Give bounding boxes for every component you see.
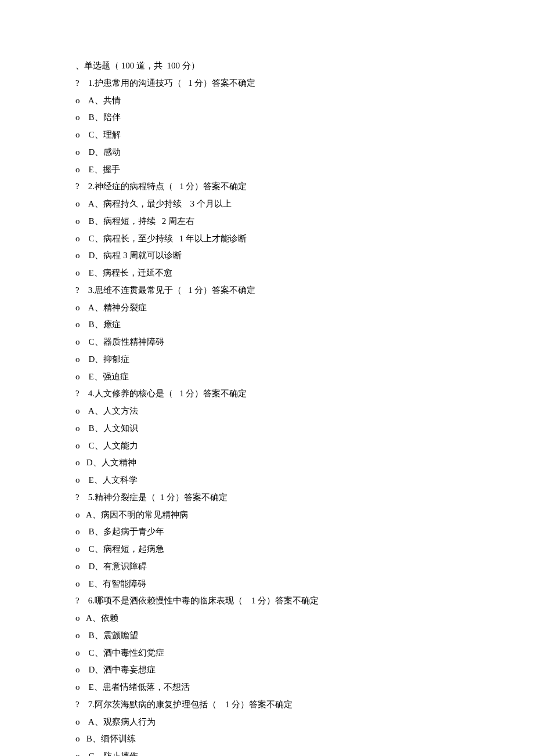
option-item: o D、抑郁症: [75, 352, 459, 368]
option-item: o D、病程 3 周就可以诊断: [75, 248, 459, 264]
option-item: o E、人文科学: [75, 472, 459, 489]
option-item: o E、握手: [75, 162, 459, 178]
option-item: o A、人文方法: [75, 403, 459, 419]
option-item: o A、共情: [75, 93, 459, 109]
option-item: o E、病程长，迁延不愈: [75, 265, 459, 281]
option-item: o E、患者情绪低落，不想活: [75, 679, 459, 696]
question-stem: ? 3.思维不连贯最常见于（ 1 分）答案不确定: [75, 283, 459, 299]
option-item: o D、酒中毒妄想症: [75, 662, 459, 678]
option-item: o A、依赖: [75, 610, 459, 627]
option-item: o C、病程短，起病急: [75, 541, 459, 558]
section-header: 、单选题（ 100 道，共 100 分）: [75, 58, 459, 74]
option-item: o B、陪伴: [75, 110, 459, 126]
option-item: o B、人文知识: [75, 421, 459, 437]
option-item: o C、病程长，至少持续 1 年以上才能诊断: [75, 231, 459, 247]
option-item: o B、震颤瞻望: [75, 628, 459, 644]
option-item: o D、人文精神: [75, 455, 459, 471]
option-item: o A、病因不明的常见精神病: [75, 507, 459, 523]
option-item: o D、有意识障碍: [75, 559, 459, 575]
option-item: o B、缅怀训练: [75, 731, 459, 747]
question-stem: ? 7.阿尔茨海默病的康复护理包括（ 1 分）答案不确定: [75, 697, 459, 713]
option-item: o B、多起病于青少年: [75, 524, 459, 540]
option-item: o C、人文能力: [75, 438, 459, 454]
option-item: o C、酒中毒性幻觉症: [75, 645, 459, 661]
option-item: o C、防止摔伤: [75, 748, 459, 756]
option-item: o E、有智能障碍: [75, 576, 459, 592]
option-item: o A、病程持久，最少持续 3 个月以上: [75, 196, 459, 212]
question-stem: ? 6.哪项不是酒依赖慢性中毒的临床表现（ 1 分）答案不确定: [75, 593, 459, 609]
option-item: o D、感动: [75, 144, 459, 161]
option-item: o B、癔症: [75, 317, 459, 333]
question-stem: ? 1.护患常用的沟通技巧（ 1 分）答案不确定: [75, 75, 459, 92]
option-item: o C、器质性精神障碍: [75, 334, 459, 350]
option-item: o C、理解: [75, 127, 459, 143]
option-item: o E、强迫症: [75, 369, 459, 385]
question-stem: ? 4.人文修养的核心是（ 1 分）答案不确定: [75, 386, 459, 402]
question-stem: ? 5.精神分裂症是（ 1 分）答案不确定: [75, 490, 459, 506]
option-item: o A、精神分裂症: [75, 300, 459, 316]
option-item: o B、病程短，持续 2 周左右: [75, 214, 459, 230]
option-item: o A、观察病人行为: [75, 714, 459, 730]
question-stem: ? 2.神经症的病程特点（ 1 分）答案不确定: [75, 179, 459, 195]
